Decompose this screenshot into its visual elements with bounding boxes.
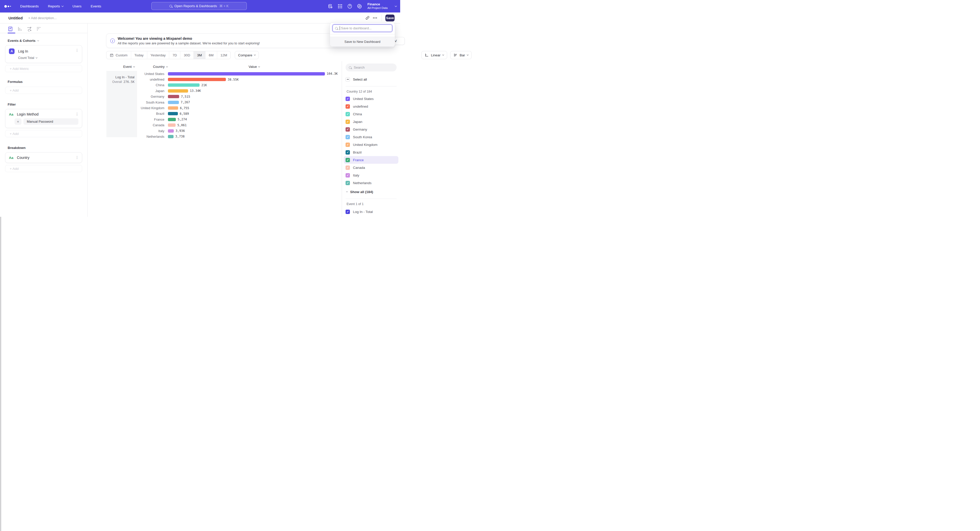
tab-insights[interactable] xyxy=(8,26,13,32)
bar[interactable] xyxy=(168,118,176,121)
compare-button[interactable]: Compare xyxy=(235,51,259,59)
tab-funnels[interactable] xyxy=(17,26,22,32)
breakdown-kebab-icon[interactable]: ⋮ xyxy=(75,155,79,159)
breakdown-card[interactable]: Aa Country ⋮ xyxy=(5,152,82,163)
range-3m[interactable]: 3M xyxy=(194,51,205,59)
bar[interactable] xyxy=(168,124,176,127)
range-30d[interactable]: 30D xyxy=(180,51,194,59)
range-yesterday[interactable]: Yesterday xyxy=(147,51,169,59)
country-checkbox[interactable]: ✓ xyxy=(345,165,350,170)
select-all-row[interactable]: Select all xyxy=(344,76,398,83)
tab-flows[interactable] xyxy=(27,26,32,32)
legend-country-row[interactable]: ✓France xyxy=(344,156,398,164)
bar[interactable] xyxy=(168,95,179,98)
add-filter-button[interactable]: + Add xyxy=(5,130,82,137)
nav-item-events[interactable]: Events xyxy=(87,2,105,10)
info-icon: i xyxy=(110,38,115,43)
country-label: Japan xyxy=(353,120,363,124)
project-chevron-down-icon[interactable] xyxy=(395,5,397,7)
bar[interactable] xyxy=(168,112,178,115)
country-checkbox[interactable]: ✓ xyxy=(345,135,350,139)
show-all-button[interactable]: Show all (184) xyxy=(344,188,398,196)
bar[interactable] xyxy=(168,135,173,138)
save-button[interactable]: Save xyxy=(385,14,395,21)
country-checkbox[interactable]: ✓ xyxy=(345,120,350,124)
add-breakdown-button[interactable]: + Add xyxy=(5,165,82,172)
legend-country-row[interactable]: ✓United States xyxy=(344,95,398,103)
report-title[interactable]: Untitled xyxy=(8,16,23,20)
bar[interactable] xyxy=(168,129,174,133)
country-checkbox[interactable]: ✓ xyxy=(345,181,350,185)
settings-gear-icon[interactable] xyxy=(357,3,362,9)
nav-item-dashboards[interactable]: Dashboards xyxy=(17,2,42,10)
project-selector[interactable]: Finance All Project Data xyxy=(368,3,388,10)
country-checkbox[interactable]: ✓ xyxy=(345,173,350,178)
copy-link-icon[interactable] xyxy=(364,14,371,21)
add-description[interactable]: + Add description... xyxy=(28,16,57,20)
legend-country-row[interactable]: ✓Netherlands xyxy=(344,179,398,187)
filter-operator[interactable]: = xyxy=(14,118,21,125)
metric-badge: A xyxy=(9,48,14,54)
legend-country-row[interactable]: ✓Brazil xyxy=(344,149,398,156)
range-12m[interactable]: 12M xyxy=(217,51,231,59)
legend-country-row[interactable]: ✓Canada xyxy=(344,164,398,171)
filter-property-name[interactable]: Login Method xyxy=(17,112,38,116)
save-dashboard-search-input[interactable]: Save to dashboard... xyxy=(332,24,392,32)
legend-country-row[interactable]: ✓Germany xyxy=(344,125,398,133)
save-to-dashboard-popup: Save to dashboard... Save to New Dashboa… xyxy=(330,22,395,47)
metric-event-name[interactable]: Log In xyxy=(18,49,28,53)
country-list: ✓United States✓undefined✓China✓Japan✓Ger… xyxy=(342,95,400,187)
bar[interactable] xyxy=(168,83,200,87)
chart-row: Netherlands3,738 xyxy=(88,134,342,139)
nav-item-reports[interactable]: Reports xyxy=(45,2,67,10)
legend-country-row[interactable]: ✓China xyxy=(344,110,398,118)
nav-item-users[interactable]: Users xyxy=(69,2,85,10)
bar[interactable] xyxy=(168,72,325,76)
legend-country-row[interactable]: ✓undefined xyxy=(344,103,398,110)
country-checkbox[interactable]: ✓ xyxy=(345,158,350,162)
legend-search-input[interactable]: Search xyxy=(345,63,396,71)
legend-country-row[interactable]: ✓United Kingdom xyxy=(344,141,398,149)
global-search-button[interactable]: Open Reports & Dashboards ⌘ + K xyxy=(151,2,247,10)
metric-card[interactable]: A Log In ⋮ Count Total xyxy=(5,45,82,63)
range-6m[interactable]: 6M xyxy=(205,51,217,59)
metric-aggregation[interactable]: Count Total xyxy=(18,56,82,60)
save-to-new-dashboard-button[interactable]: Save to New Dashboard xyxy=(330,37,395,46)
events-cohorts-header[interactable]: Events & Cohorts xyxy=(8,39,87,43)
metric-kebab-icon[interactable]: ⋮ xyxy=(75,48,79,52)
bar[interactable] xyxy=(168,89,188,93)
filter-kebab-icon[interactable]: ⋮ xyxy=(75,112,79,116)
data-management-icon[interactable] xyxy=(328,3,333,9)
country-checkbox[interactable]: ✓ xyxy=(345,112,350,116)
range-7d[interactable]: 7D xyxy=(169,51,180,59)
range-custom[interactable]: Custom xyxy=(107,51,131,59)
filter-card[interactable]: Aa Login Method ⋮ = Manual Password xyxy=(5,109,82,128)
mixpanel-logo-icon[interactable] xyxy=(4,5,11,8)
help-icon[interactable] xyxy=(347,3,352,9)
add-formula-button[interactable]: + Add xyxy=(5,87,82,94)
country-checkbox[interactable]: ✓ xyxy=(345,97,350,101)
range-today[interactable]: Today xyxy=(131,51,147,59)
bar[interactable] xyxy=(168,101,179,104)
apps-grid-icon[interactable] xyxy=(337,3,343,9)
country-checkbox[interactable]: ✓ xyxy=(345,143,350,147)
legend-country-row[interactable]: ✓Japan xyxy=(344,118,398,125)
country-checkbox[interactable]: ✓ xyxy=(345,104,350,109)
nav-items: DashboardsReportsUsersEvents xyxy=(17,2,105,10)
select-all-checkbox[interactable] xyxy=(345,77,350,82)
add-metric-button[interactable]: + Add Metric xyxy=(5,65,82,72)
bar[interactable] xyxy=(168,106,178,110)
legend-country-row[interactable]: ✓South Korea xyxy=(344,133,398,141)
tab-retention[interactable] xyxy=(36,26,41,32)
breakdown-property-name[interactable]: Country xyxy=(17,155,29,160)
column-header-value[interactable]: Value xyxy=(240,65,268,68)
more-menu-button[interactable]: ••• xyxy=(371,14,379,21)
country-checkbox[interactable]: ✓ xyxy=(345,127,350,132)
bar[interactable] xyxy=(168,78,226,81)
legend-event-row[interactable]: ✓ Log In - Total xyxy=(344,208,398,216)
column-header-country[interactable]: Country xyxy=(140,65,181,68)
legend-country-row[interactable]: ✓Italy xyxy=(344,171,398,179)
event-checkbox[interactable]: ✓ xyxy=(345,210,350,214)
filter-value[interactable]: Manual Password xyxy=(24,118,78,125)
country-checkbox[interactable]: ✓ xyxy=(345,150,350,155)
